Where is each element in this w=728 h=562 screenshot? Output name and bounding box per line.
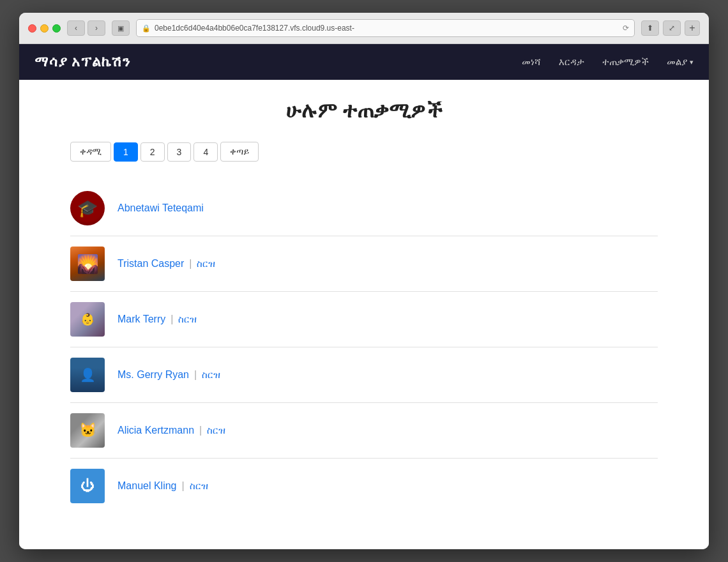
avatar-emoji: ⏻ bbox=[80, 478, 95, 494]
nav-link-users[interactable]: ተጠቃሚዎች bbox=[602, 56, 649, 68]
list-item: 🐱 Alicia Kertzmann | ስርዝ bbox=[70, 403, 658, 459]
app-container: ማሳያ አፕልኬሽን መነሻ እርዳታ ተጠቃሚዎች መልያ ▾ ሁሉም ተጠቃ… bbox=[19, 44, 709, 549]
main-content: ሁሉም ተጠቃሚዎች ቀዳሚ 1 2 3 4 ቀጣይ 🎓 Abnetawi bbox=[19, 80, 709, 549]
user-meta: Mark Terry | ስርዝ bbox=[118, 314, 197, 325]
separator: | bbox=[194, 369, 197, 381]
avatar: 🌄 bbox=[70, 247, 105, 281]
user-name[interactable]: Manuel Kling bbox=[118, 480, 177, 492]
user-name[interactable]: Mark Terry bbox=[118, 314, 165, 325]
nav-link-profile[interactable]: መልያ ▾ bbox=[667, 56, 694, 68]
pagination: ቀዳሚ 1 2 3 4 ቀጣይ bbox=[70, 142, 658, 162]
user-meta: Abnetawi Teteqami bbox=[118, 202, 204, 214]
user-meta: Manuel Kling | ስርዝ bbox=[118, 480, 208, 492]
address-bar[interactable]: 🔒 0ebe1dc6d40e4a4bb06e0ca7fe138127.vfs.c… bbox=[136, 19, 635, 37]
user-name[interactable]: Tristan Casper bbox=[118, 258, 184, 270]
separator: | bbox=[182, 480, 185, 492]
avatar: ⏻ bbox=[70, 469, 105, 503]
pagination-page-3[interactable]: 3 bbox=[167, 142, 192, 162]
user-meta: Ms. Gerry Ryan | ስርዝ bbox=[118, 369, 220, 381]
list-item: 🎓 Abnetawi Teteqami bbox=[70, 181, 658, 236]
user-name[interactable]: Ms. Gerry Ryan bbox=[118, 369, 189, 381]
avatar-emoji: 👤 bbox=[80, 367, 96, 383]
page-title: ሁሉም ተጠቃሚዎች bbox=[70, 99, 658, 123]
avatar: 👤 bbox=[70, 358, 105, 392]
avatar: 🐱 bbox=[70, 413, 105, 448]
user-delete-action[interactable]: ስርዝ bbox=[197, 258, 215, 270]
app-navbar: ማሳያ አፕልኬሽን መነሻ እርዳታ ተጠቃሚዎች መልያ ▾ bbox=[19, 44, 709, 80]
forward-button[interactable]: › bbox=[87, 20, 105, 36]
chevron-down-icon: ▾ bbox=[690, 58, 694, 66]
avatar-emoji: 🌄 bbox=[77, 254, 99, 275]
pagination-page-4[interactable]: 4 bbox=[193, 142, 218, 162]
user-delete-action[interactable]: ስርዝ bbox=[178, 314, 197, 325]
browser-titlebar: ‹ › ▣ 🔒 0ebe1dc6d40e4a4bb06e0ca7fe138127… bbox=[19, 13, 709, 44]
refresh-icon[interactable]: ⟳ bbox=[623, 24, 629, 33]
separator: | bbox=[189, 258, 192, 270]
browser-toolbar-right: ⬆ ⤢ + bbox=[641, 20, 700, 36]
pagination-prev[interactable]: ቀዳሚ bbox=[70, 142, 111, 162]
traffic-light-minimize[interactable] bbox=[40, 24, 49, 33]
share-button[interactable]: ⬆ bbox=[641, 20, 659, 36]
nav-link-profile-label: መልያ bbox=[667, 56, 687, 68]
lock-icon: 🔒 bbox=[142, 24, 151, 33]
tab-view-button[interactable]: ▣ bbox=[112, 20, 130, 36]
avatar: 👶 bbox=[70, 302, 105, 337]
back-button[interactable]: ‹ bbox=[67, 20, 85, 36]
new-tab-button[interactable]: + bbox=[685, 20, 700, 36]
user-delete-action[interactable]: ስርዝ bbox=[202, 369, 220, 381]
list-item: 👶 Mark Terry | ስርዝ bbox=[70, 292, 658, 347]
app-brand: ማሳያ አፕልኬሽን bbox=[34, 54, 130, 70]
expand-button[interactable]: ⤢ bbox=[663, 20, 681, 36]
user-meta: Tristan Casper | ስርዝ bbox=[118, 258, 215, 270]
user-meta: Alicia Kertzmann | ስርዝ bbox=[118, 425, 225, 436]
traffic-lights bbox=[28, 24, 61, 33]
user-name[interactable]: Abnetawi Teteqami bbox=[118, 202, 204, 214]
browser-window: ‹ › ▣ 🔒 0ebe1dc6d40e4a4bb06e0ca7fe138127… bbox=[19, 13, 709, 549]
separator: | bbox=[199, 425, 202, 436]
avatar-emoji: 👶 bbox=[80, 312, 95, 326]
app-nav-links: መነሻ እርዳታ ተጠቃሚዎች መልያ ▾ bbox=[522, 56, 694, 68]
pagination-page-1[interactable]: 1 bbox=[114, 142, 138, 162]
list-item: ⏻ Manuel Kling | ስርዝ bbox=[70, 459, 658, 513]
browser-nav-buttons: ‹ › bbox=[67, 20, 105, 36]
address-text: 0ebe1dc6d40e4a4bb06e0ca7fe138127.vfs.clo… bbox=[155, 24, 354, 33]
nav-link-home[interactable]: መነሻ bbox=[522, 56, 541, 68]
avatar: 🎓 bbox=[70, 191, 105, 225]
pagination-next[interactable]: ቀጣይ bbox=[220, 142, 259, 162]
user-delete-action[interactable]: ስርዝ bbox=[207, 425, 225, 436]
pagination-page-2[interactable]: 2 bbox=[140, 142, 165, 162]
user-delete-action[interactable]: ስርዝ bbox=[190, 480, 208, 492]
user-name[interactable]: Alicia Kertzmann bbox=[118, 425, 194, 436]
list-item: 👤 Ms. Gerry Ryan | ስርዝ bbox=[70, 347, 658, 403]
nav-link-help[interactable]: እርዳታ bbox=[559, 56, 584, 68]
traffic-light-close[interactable] bbox=[28, 24, 36, 33]
avatar-emoji: 🎓 bbox=[77, 199, 98, 218]
avatar-emoji: 🐱 bbox=[79, 422, 96, 439]
list-item: 🌄 Tristan Casper | ስርዝ bbox=[70, 236, 658, 292]
separator: | bbox=[171, 314, 173, 325]
user-list: 🎓 Abnetawi Teteqami 🌄 Tristan Casper | ስ… bbox=[70, 181, 658, 513]
traffic-light-maximize[interactable] bbox=[52, 24, 61, 33]
